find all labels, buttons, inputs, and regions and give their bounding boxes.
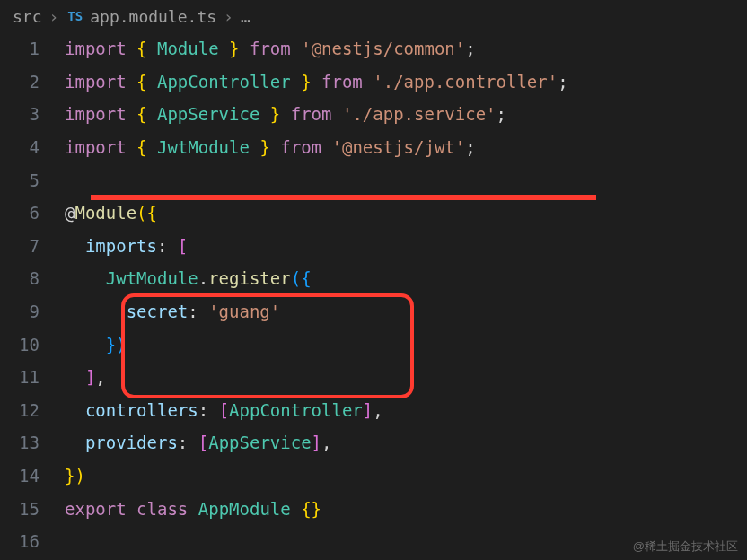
- chevron-right-icon: ›: [49, 7, 59, 26]
- line-number: 16: [0, 531, 65, 551]
- code-line: 6@Module({: [0, 197, 747, 230]
- typescript-icon: TS: [66, 9, 84, 23]
- code-line: 10 }): [0, 328, 747, 361]
- code-line: 1import { Module } from '@nestjs/common'…: [0, 32, 747, 66]
- watermark: @稀土掘金技术社区: [633, 538, 738, 555]
- line-number: 15: [0, 499, 65, 519]
- line-number: 5: [0, 171, 65, 190]
- breadcrumb[interactable]: src › TS app.module.ts › …: [0, 0, 747, 32]
- line-number: 9: [0, 302, 65, 321]
- code-line: 4import { JwtModule } from '@nestjs/jwt'…: [0, 131, 747, 164]
- code-line: 12 controllers: [AppController],: [0, 394, 747, 427]
- line-number: 13: [0, 433, 65, 452]
- code-editor[interactable]: 1import { Module } from '@nestjs/common'…: [0, 32, 747, 558]
- line-number: 1: [0, 39, 65, 58]
- code-line: 8 JwtModule.register({: [0, 262, 747, 295]
- line-number: 6: [0, 203, 65, 223]
- chevron-right-icon: ›: [224, 7, 233, 26]
- code-line: 13 providers: [AppService],: [0, 426, 747, 459]
- line-number: 4: [0, 137, 65, 157]
- line-number: 7: [0, 236, 65, 256]
- breadcrumb-folder[interactable]: src: [13, 7, 42, 26]
- line-number: 2: [0, 72, 65, 92]
- code-line: 2import { AppController } from './app.co…: [0, 66, 747, 99]
- line-number: 8: [0, 268, 65, 288]
- breadcrumb-symbol[interactable]: …: [241, 7, 250, 26]
- breadcrumb-file[interactable]: app.module.ts: [90, 7, 216, 26]
- line-number: 12: [0, 400, 65, 420]
- code-line: 14}): [0, 459, 747, 493]
- code-line: 7 imports: [: [0, 230, 747, 263]
- line-number: 3: [0, 104, 65, 124]
- code-line: 9 secret: 'guang': [0, 295, 747, 328]
- line-number: 14: [0, 466, 65, 486]
- line-number: 10: [0, 335, 65, 354]
- annotation-underline: [91, 195, 596, 200]
- code-line: 5: [0, 163, 747, 197]
- line-number: 11: [0, 367, 65, 387]
- code-line: 15export class AppModule {}: [0, 492, 747, 525]
- code-line: 11 ],: [0, 361, 747, 394]
- code-line: 3import { AppService } from './app.servi…: [0, 98, 747, 131]
